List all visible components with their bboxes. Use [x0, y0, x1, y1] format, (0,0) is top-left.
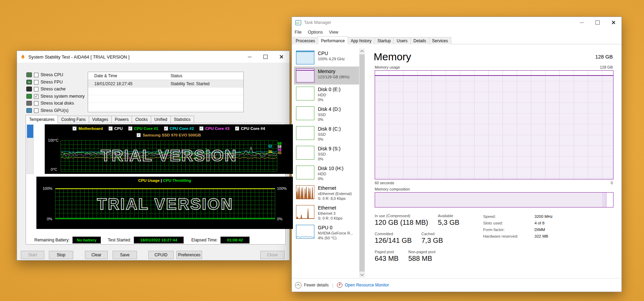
chart-x-right: 0	[611, 181, 613, 185]
legend-cpu-core-1[interactable]: ✓CPU Core #1	[128, 126, 158, 131]
sidebar-item-disk-9[interactable]: Disk 9 (S:) SSD 0%	[294, 144, 359, 163]
cpu-mini-graph	[296, 51, 314, 64]
cpuid-button[interactable]: CPUID	[148, 251, 174, 259]
cpu-axis-left-min: 0%	[47, 217, 52, 221]
aida-close-button[interactable]	[273, 51, 289, 63]
sidebar-scrollbar-thumb[interactable]	[359, 54, 365, 272]
stop-button[interactable]: Stop	[49, 251, 73, 259]
stress-memory-checkbox[interactable]: ✓	[34, 94, 38, 99]
tab-app-history[interactable]: App history	[348, 37, 375, 44]
sidebar-scrollbar[interactable]	[359, 48, 365, 277]
chevron-up-icon[interactable]	[295, 282, 302, 289]
tab-startup[interactable]: Startup	[374, 37, 394, 44]
performance-sidebar: CPU 100% 4,29 GHz Memory 122/128 GB (96%…	[294, 48, 359, 242]
legend-cpu-core-2[interactable]: ✓CPU Core #2	[164, 126, 194, 131]
stress-disks-option[interactable]: Stress local disks	[26, 100, 74, 106]
disk-mini-graph	[296, 106, 314, 120]
log-row[interactable]: 18/01/2022 18:27:45 Stability Test: Star…	[88, 80, 243, 88]
prop-hardware-reserved: Hardware reserved: 322 MB	[483, 234, 552, 238]
sidebar-item-disk-8[interactable]: Disk 8 (C:) SSD 0%	[294, 124, 359, 144]
save-button[interactable]: Save	[113, 251, 137, 259]
aida-minimize-button[interactable]	[242, 51, 258, 63]
tm-close-button[interactable]	[606, 17, 621, 28]
chart-x-left: 60 seconds	[375, 181, 394, 185]
scrollbar-thumb[interactable]	[27, 125, 33, 138]
stress-cpu-option[interactable]: Stress CPU	[26, 72, 63, 78]
resource-monitor-icon	[337, 282, 342, 288]
sidebar-item-disk-4[interactable]: Disk 4 (D:) SSD 0%	[294, 104, 359, 124]
menu-view[interactable]: View	[329, 30, 338, 35]
chart-vertical-scrollbar[interactable]	[27, 124, 34, 174]
tm-minimize-button[interactable]	[574, 17, 590, 28]
stat-non-paged-pool: Non-paged pool 588 MB	[408, 250, 435, 263]
aida-maximize-button[interactable]	[258, 51, 273, 63]
memory-composition-label: Memory composition	[375, 187, 410, 191]
stress-memory-option[interactable]: ✓ Stress system memory	[26, 93, 85, 99]
tab-powers[interactable]: Powers	[111, 116, 132, 123]
stat-cached: Cached 7,3 GB	[421, 232, 443, 245]
sidebar-item-ethernet-1[interactable]: Ethernet vEthernet (External) S: 0 R: 8,…	[294, 183, 359, 203]
task-manager-icon	[295, 20, 301, 25]
tab-details[interactable]: Details	[410, 37, 429, 44]
temp-legend-row-2: ✓Samsung SSD 970 EVO 500GB	[45, 133, 293, 137]
fewer-details-button[interactable]: Fewer details	[304, 283, 329, 287]
scroll-down-icon[interactable]	[360, 273, 363, 276]
temp-legend-row-1: ✓Motherboard ✓CPU ✓CPU Core #1 ✓CPU Core…	[45, 126, 293, 131]
stress-gpu-checkbox[interactable]	[34, 108, 38, 113]
log-col-status[interactable]: Status	[168, 73, 243, 78]
tab-processes[interactable]: Processes	[293, 37, 318, 44]
memory-composition-bar[interactable]	[375, 192, 613, 207]
stress-gpu-option[interactable]: Stress GPU(s)	[26, 107, 69, 114]
sidebar-item-ethernet-2[interactable]: Ethernet Ethernet 3 S: 0 R: 0 Kbps	[294, 203, 359, 223]
stress-fpu-option[interactable]: % Stress FPU	[26, 79, 63, 85]
tm-titlebar[interactable]: Task Manager	[292, 17, 621, 28]
legend-motherboard[interactable]: ✓Motherboard	[72, 126, 103, 131]
sidebar-item-disk-0[interactable]: Disk 0 (E:) HDD 0%	[294, 85, 359, 104]
sidebar-item-memory[interactable]: Memory 122/128 GB (96%)	[294, 67, 359, 85]
sidebar-item-cpu[interactable]: CPU 100% 4,29 GHz	[294, 48, 359, 67]
tab-cooling-fans[interactable]: Cooling Fans	[58, 116, 89, 123]
sidebar-item-gpu-0[interactable]: GPU 0 NVIDIA GeForce R... 4% (50 °C)	[294, 223, 359, 242]
stress-cache-checkbox[interactable]	[34, 87, 38, 91]
cpu-axis-right-min: 0%	[277, 217, 282, 221]
legend-cpu-core-3[interactable]: ✓CPU Core #3	[199, 126, 229, 131]
tab-unified[interactable]: Unified	[151, 116, 171, 123]
aida-titlebar[interactable]: System Stability Test - AIDA64 [ TRIAL V…	[17, 51, 289, 63]
tm-tabs: Processes Performance App history Startu…	[293, 36, 451, 44]
tab-statistics[interactable]: Statistics	[171, 116, 194, 123]
clear-button[interactable]: Clear	[85, 251, 108, 259]
stress-disks-checkbox[interactable]	[34, 101, 38, 106]
stress-cache-option[interactable]: Stress cache	[26, 86, 66, 92]
menu-options[interactable]: Options	[308, 30, 323, 35]
tab-voltages[interactable]: Voltages	[89, 116, 112, 123]
tab-users[interactable]: Users	[393, 37, 410, 44]
cpu-throttling-line	[55, 218, 275, 219]
stress-fpu-checkbox[interactable]	[34, 80, 38, 85]
aida64-stability-test-window: System Stability Test - AIDA64 [ TRIAL V…	[17, 51, 290, 260]
sidebar-item-disk-10[interactable]: Disk 10 (H:) HDD 0%	[294, 163, 359, 183]
open-resource-monitor-link[interactable]: Open Resource Monitor	[345, 283, 389, 287]
disk-mini-graph	[296, 87, 314, 100]
legend-cpu-core-4[interactable]: ✓CPU Core #4	[235, 126, 265, 131]
start-button[interactable]: Start	[21, 251, 44, 259]
legend-ssd[interactable]: ✓Samsung SSD 970 EVO 500GB	[137, 133, 201, 137]
memory-properties: Speed: 3200 MHz Slots used: 4 of 8 Form …	[483, 214, 552, 241]
close-button[interactable]: Close	[260, 251, 285, 259]
tab-services[interactable]: Services	[429, 37, 451, 44]
tab-temperatures[interactable]: Temperatures	[26, 115, 58, 123]
log-col-datetime[interactable]: Date & Time	[88, 73, 168, 78]
preferences-button[interactable]: Preferences	[176, 251, 202, 259]
cpu-usage-chart: CPU Usage | CPU Throttling 100% 0% 100% …	[36, 177, 293, 229]
tab-performance[interactable]: Performance	[318, 36, 348, 44]
composition-modified-segment	[602, 193, 607, 207]
legend-cpu[interactable]: ✓CPU	[108, 126, 123, 131]
disk-mini-graph	[296, 146, 314, 160]
menu-file[interactable]: File	[295, 30, 302, 35]
tm-maximize-button[interactable]	[590, 17, 606, 28]
stress-cpu-checkbox[interactable]	[34, 73, 38, 77]
scroll-up-icon[interactable]	[360, 50, 363, 53]
cpu-chart-header: CPU Usage | CPU Throttling	[36, 178, 293, 183]
memory-usage-max: 128 GB	[600, 65, 613, 69]
disk-mini-graph	[296, 126, 314, 140]
tab-clocks[interactable]: Clocks	[132, 116, 151, 123]
